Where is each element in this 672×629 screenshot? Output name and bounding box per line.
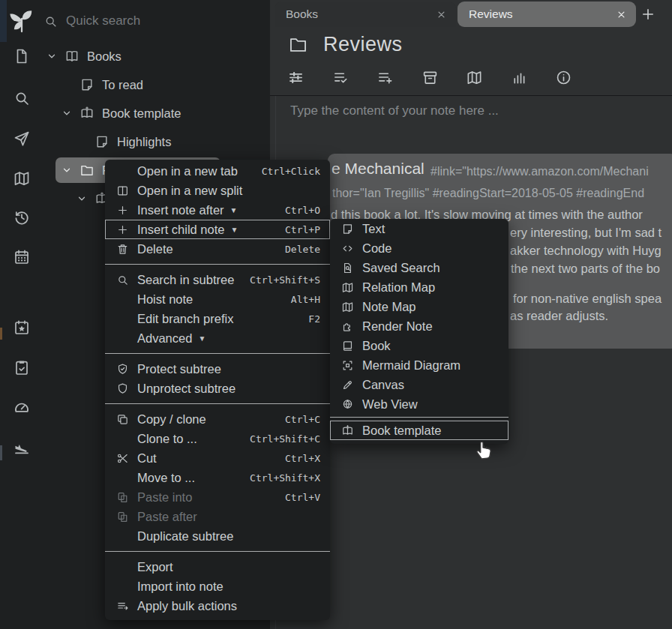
quick-search-placeholder: Quick search — [66, 13, 140, 28]
menu-item-duplicate-subtree[interactable]: Duplicate subtree — [105, 526, 330, 546]
expander-chevron-down-icon[interactable] — [62, 165, 72, 175]
tree-item-to-read[interactable]: To read — [0, 70, 270, 99]
menu-item-label: Delete — [137, 242, 173, 256]
menu-item-label: Export — [137, 560, 173, 574]
open-book-icon — [64, 49, 80, 64]
menu-item-code[interactable]: Code — [330, 238, 508, 258]
ribbon-bar-chart-icon[interactable] — [511, 69, 528, 86]
card-attributes-fragment: thor="Ian Tregillis" #readingStart=2018-… — [332, 187, 644, 200]
menu-item-cut[interactable]: CutCtrl+X — [105, 448, 330, 468]
menu-item-book[interactable]: Book — [330, 336, 508, 355]
expander-chevron-down-icon[interactable] — [76, 193, 87, 204]
new-tab-button[interactable] — [638, 4, 658, 24]
menu-item-text[interactable]: Text — [330, 219, 508, 238]
search-icon — [44, 14, 58, 28]
paste-icon — [116, 491, 129, 504]
menu-item-open-in-a-new-tab[interactable]: Open in a new tabCtrl+Click — [105, 161, 330, 181]
plus-icon — [116, 223, 129, 236]
menu-item-clone-to[interactable]: Clone to ...Ctrl+Shift+C — [105, 429, 330, 448]
menu-item-edit-branch-prefix[interactable]: Edit branch prefixF2 — [105, 309, 330, 328]
menu-item-insert-child-note[interactable]: Insert child note▼Ctrl+P — [105, 220, 330, 239]
close-tab-icon[interactable] — [436, 9, 447, 20]
trash-icon — [115, 243, 130, 256]
book-icon — [340, 340, 355, 352]
menu-item-label: Apply bulk actions — [137, 599, 237, 613]
editor-placeholder[interactable]: Type the content of your note here ... — [290, 103, 499, 118]
folder-icon — [288, 34, 308, 55]
map-icon — [340, 301, 355, 313]
tree-item-books[interactable]: Books — [0, 42, 270, 70]
menu-item-advanced[interactable]: Advanced▼ — [105, 328, 330, 348]
search-icon — [115, 274, 130, 286]
plane-landing-icon — [13, 438, 31, 456]
ribbon-list-plus-icon[interactable] — [376, 69, 394, 86]
menu-item-web-view[interactable]: Web View — [330, 394, 508, 414]
ribbon-map-icon[interactable] — [466, 69, 483, 86]
launcher-dashboard-gauge-icon[interactable] — [13, 397, 31, 415]
menu-item-search-in-subtree[interactable]: Search in subtreeCtrl+Shift+S — [105, 270, 330, 289]
menu-separator — [105, 264, 330, 265]
tree-item-label: Books — [87, 49, 122, 64]
launcher-calendar-icon[interactable] — [13, 248, 31, 266]
launcher-tasks-clipboard-icon[interactable] — [13, 358, 31, 376]
launcher-trilium-logo[interactable] — [8, 7, 35, 34]
plus-icon — [638, 6, 658, 22]
menu-item-protect-subtree[interactable]: Protect subtree — [105, 359, 330, 379]
close-tab-icon[interactable] — [616, 9, 627, 20]
dashboard-gauge-icon — [13, 397, 31, 415]
menu-item-canvas[interactable]: Canvas — [330, 375, 508, 394]
menu-item-shortcut: Ctrl+C — [285, 414, 320, 425]
expander-chevron-down-icon[interactable] — [62, 108, 72, 118]
tree-item-book-template[interactable]: Book template — [0, 99, 270, 127]
ribbon-archive-icon[interactable] — [422, 69, 439, 86]
ribbon-sliders-icon[interactable] — [287, 69, 304, 86]
menu-item-shortcut: Ctrl+V — [285, 492, 320, 503]
launcher-calendar-star-icon[interactable] — [13, 319, 31, 337]
bulk-actions-icon — [115, 600, 130, 613]
selection-icon — [341, 359, 354, 372]
folder-icon — [80, 163, 94, 178]
menu-item-shortcut: Ctrl+Click — [262, 166, 320, 177]
card-body-line: the next two parts of the bo — [511, 262, 660, 276]
quick-search-input[interactable]: Quick search — [44, 10, 140, 31]
extension-icon — [340, 320, 355, 333]
scissors-icon — [115, 452, 130, 465]
menu-item-saved-search[interactable]: Saved Search — [330, 258, 508, 277]
note-title[interactable]: Reviews — [323, 33, 403, 56]
menu-item-paste-after: Paste after — [105, 507, 330, 526]
plus-icon — [115, 204, 130, 217]
menu-item-copy-clone[interactable]: Copy / cloneCtrl+C — [105, 409, 330, 429]
menu-item-move-to[interactable]: Move to ...Ctrl+Shift+X — [105, 468, 330, 487]
launcher-plane-landing-icon[interactable] — [13, 438, 31, 456]
menu-item-import-into-note[interactable]: Import into note — [105, 577, 330, 596]
scroll-edge-marker — [0, 328, 2, 340]
menu-item-unprotect-subtree[interactable]: Unprotect subtree — [105, 379, 330, 398]
close-icon — [616, 9, 627, 20]
menu-item-note-map[interactable]: Note Map — [330, 297, 508, 316]
menu-item-label: Web View — [362, 397, 418, 412]
map-icon — [340, 281, 355, 294]
menu-item-mermaid-diagram[interactable]: Mermaid Diagram — [330, 355, 508, 375]
expander-spacer — [76, 136, 87, 147]
menu-item-open-in-a-new-split[interactable]: Open in a new split — [105, 181, 330, 200]
tab-reviews[interactable]: Reviews — [458, 1, 636, 27]
split-icon — [116, 184, 129, 197]
menu-item-hoist-note[interactable]: Hoist noteAlt+H — [105, 289, 330, 309]
expander-chevron-down-icon[interactable] — [46, 51, 57, 61]
note-icon — [341, 223, 354, 235]
tree-item-highlights[interactable]: Highlights — [0, 127, 270, 156]
ribbon-list-check-icon[interactable] — [332, 69, 350, 86]
menu-item-shortcut: Ctrl+Shift+C — [250, 433, 320, 445]
menu-item-export[interactable]: Export — [105, 557, 330, 577]
scroll-edge-marker — [0, 445, 2, 460]
menu-item-apply-bulk-actions[interactable]: Apply bulk actions — [105, 596, 330, 616]
ribbon-info-circle-icon[interactable] — [555, 69, 572, 86]
shield-icon — [115, 382, 130, 395]
menu-item-relation-map[interactable]: Relation Map — [330, 277, 508, 297]
menu-item-delete[interactable]: DeleteDelete — [105, 239, 330, 259]
saved-search-icon — [340, 262, 355, 274]
menu-item-insert-note-after[interactable]: Insert note after▼Ctrl+O — [105, 200, 330, 220]
menu-item-render-note[interactable]: Render Note — [330, 316, 508, 336]
tab-books[interactable]: Books — [274, 1, 456, 27]
bulk-actions-icon — [116, 600, 129, 613]
